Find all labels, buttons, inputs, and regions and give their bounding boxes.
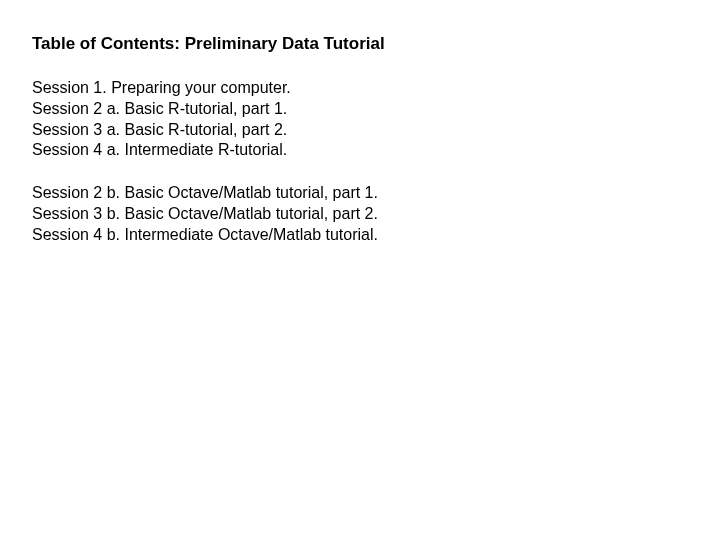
toc-entry: Session 1. Preparing your computer.: [32, 78, 720, 99]
toc-entry: Session 3 b. Basic Octave/Matlab tutoria…: [32, 204, 720, 225]
toc-group-b: Session 2 b. Basic Octave/Matlab tutoria…: [32, 183, 720, 245]
toc-entry: Session 2 b. Basic Octave/Matlab tutoria…: [32, 183, 720, 204]
page-title: Table of Contents: Preliminary Data Tuto…: [32, 34, 720, 54]
document-page: Table of Contents: Preliminary Data Tuto…: [0, 0, 720, 246]
toc-entry: Session 4 a. Intermediate R-tutorial.: [32, 140, 720, 161]
toc-entry: Session 4 b. Intermediate Octave/Matlab …: [32, 225, 720, 246]
toc-entry: Session 3 a. Basic R-tutorial, part 2.: [32, 120, 720, 141]
toc-entry: Session 2 a. Basic R-tutorial, part 1.: [32, 99, 720, 120]
toc-group-a: Session 1. Preparing your computer. Sess…: [32, 78, 720, 161]
